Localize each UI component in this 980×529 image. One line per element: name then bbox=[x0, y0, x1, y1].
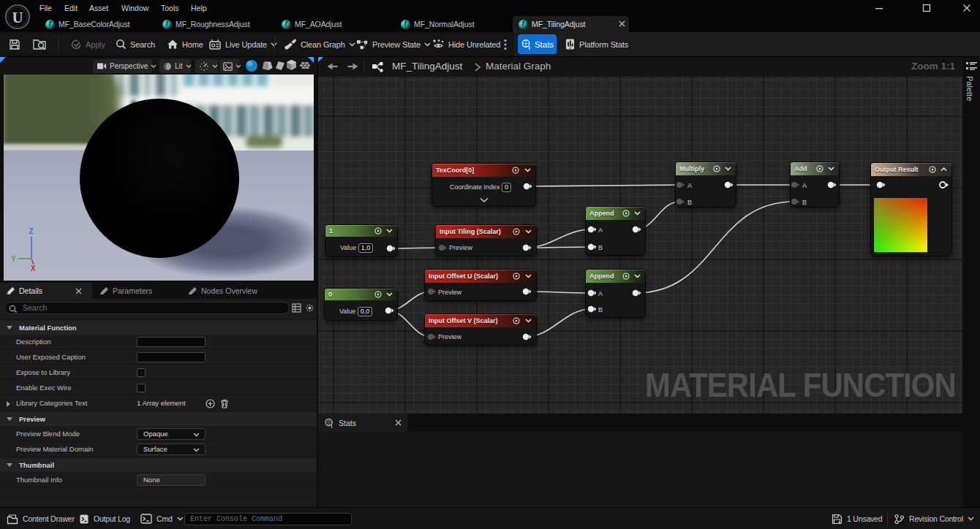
svg-text:U: U bbox=[12, 9, 23, 26]
svg-text:Y: Y bbox=[11, 255, 16, 263]
svg-text:X: X bbox=[31, 264, 36, 272]
svg-text:i: i bbox=[331, 423, 333, 428]
svg-text:Z: Z bbox=[29, 227, 34, 235]
svg-text:i: i bbox=[528, 45, 529, 50]
